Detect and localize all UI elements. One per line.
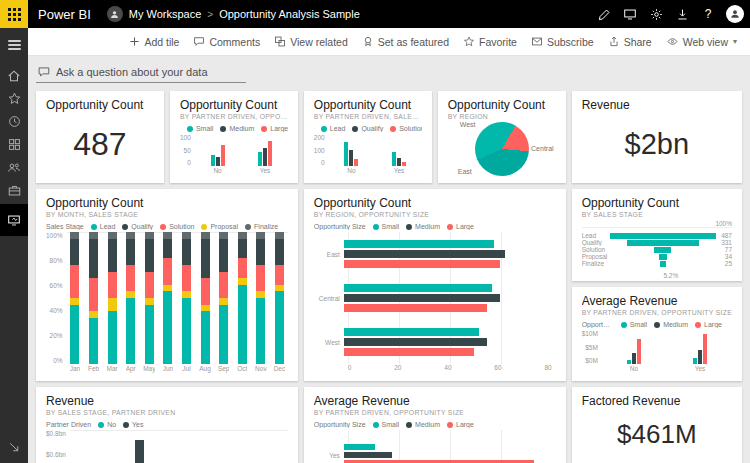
nav-shared-button[interactable] xyxy=(0,156,28,179)
tile-subtitle: BY PARTNER DRIVEN, OPPORTUNITY SIZE xyxy=(314,408,556,417)
favorite-button[interactable]: Favorite xyxy=(456,28,524,55)
tile-count-by-month-sales-stage[interactable]: Opportunity Count BY MONTH, SALES STAGE … xyxy=(36,189,298,381)
share-button[interactable]: Share xyxy=(601,28,659,55)
add-tile-button[interactable]: Add tile xyxy=(122,28,186,55)
pie-label-central: Central xyxy=(531,145,554,152)
tile-title: Opportunity Count xyxy=(314,98,422,112)
tile-average-revenue-by-partner-size-bar[interactable]: Average Revenue BY PARTNER DRIVEN, OPPOR… xyxy=(304,387,566,463)
subscribe-label: Subscribe xyxy=(547,36,594,48)
column-chart[interactable]: 100500NoYes xyxy=(180,134,288,176)
column-chart[interactable]: 2001000NoYes xyxy=(314,134,422,176)
nav-apps-button[interactable] xyxy=(0,133,28,156)
pie-chart[interactable]: West Central East xyxy=(448,121,556,176)
legend-title: Opportunity Size xyxy=(582,321,614,328)
tile-factored-revenue-card[interactable]: Factored Revenue $461M xyxy=(572,387,742,463)
set-featured-button[interactable]: Set as featured xyxy=(355,28,456,55)
app-header: Power BI My Workspace > Opportunity Anal… xyxy=(0,0,750,28)
qa-box[interactable] xyxy=(36,62,246,83)
pie-graphic[interactable] xyxy=(475,122,529,176)
tile-count-by-region-pie[interactable]: Opportunity Count BY REGION West Central… xyxy=(438,91,566,183)
kpi-value: $461M xyxy=(582,408,732,460)
tile-opportunity-count-card[interactable]: Opportunity Count 487 xyxy=(36,91,164,183)
header-actions: ? xyxy=(592,2,750,26)
nav-my-workspace-active[interactable] xyxy=(0,204,28,236)
tile-subtitle: BY PARTNER DRIVEN, SALES STAGE xyxy=(314,112,422,121)
dashboard-toolbar: Add tile Comments View related Set as fe… xyxy=(28,28,750,56)
web-view-dropdown[interactable]: Web view ▾ xyxy=(659,28,744,55)
tile-count-by-partner-sales-stage[interactable]: Opportunity Count BY PARTNER DRIVEN, SAL… xyxy=(304,91,432,183)
legend-title: Sales Stage xyxy=(46,223,84,230)
nav-workspaces-button[interactable] xyxy=(0,179,28,202)
funnel-chart[interactable]: 100%Lead487Qualify331Solution77Proposal3… xyxy=(582,219,732,274)
nav-menu-button[interactable] xyxy=(0,33,28,56)
nav-recent-button[interactable] xyxy=(0,110,28,133)
tile-revenue-card[interactable]: Revenue $2bn xyxy=(572,91,742,183)
tile-count-funnel-by-sales-stage[interactable]: Opportunity Count BY SALES STAGE 100%Lea… xyxy=(572,189,742,281)
qa-input[interactable] xyxy=(56,66,244,78)
waffle-icon xyxy=(8,8,21,21)
tile-title: Average Revenue xyxy=(314,394,556,408)
view-related-button[interactable]: View related xyxy=(267,28,355,55)
chart-legend: Opportunity Size SmallMediumLarge xyxy=(314,421,556,428)
tile-title: Opportunity Count xyxy=(46,196,288,210)
tile-subtitle: BY PARTNER DRIVEN, OPPORTUNITY SIZE xyxy=(582,308,732,317)
tile-title: Opportunity Count xyxy=(180,98,288,112)
workspace-avatar[interactable] xyxy=(107,6,123,22)
nav-favorites-button[interactable] xyxy=(0,87,28,110)
tile-subtitle: BY PARTNER DRIVEN, OPPORTUNITY SIZE xyxy=(180,112,288,121)
hamburger-icon xyxy=(8,38,21,52)
tile-revenue-by-sales-stage-partner[interactable]: Revenue BY SALES STAGE, PARTNER DRIVEN P… xyxy=(36,387,298,463)
clock-icon xyxy=(8,115,21,128)
tile-average-revenue-by-partner-size[interactable]: Average Revenue BY PARTNER DRIVEN, OPPOR… xyxy=(572,287,742,381)
dashboard-canvas: Opportunity Count 487 Opportunity Count … xyxy=(28,56,750,463)
column-chart[interactable]: $10M$5M$0MNoYes xyxy=(582,330,732,374)
people-icon xyxy=(7,161,21,174)
home-icon xyxy=(7,69,21,83)
chart-legend: Opportunity Size SmallMediumLarge xyxy=(314,223,556,230)
breadcrumb: My Workspace > Opportunity Analysis Samp… xyxy=(107,6,360,22)
nav-home-button[interactable] xyxy=(0,64,28,87)
app-launcher-button[interactable] xyxy=(0,0,28,28)
set-featured-label: Set as featured xyxy=(378,36,449,48)
speech-bubble-icon xyxy=(38,66,50,78)
tile-subtitle: BY SALES STAGE xyxy=(582,210,732,219)
legend-title: Opportunity Size xyxy=(314,223,366,230)
bar-chart[interactable]: EastCentralWest020406080 xyxy=(314,232,556,374)
subscribe-button[interactable]: Subscribe xyxy=(524,28,601,55)
download-button[interactable] xyxy=(670,2,694,26)
brand-logo[interactable]: Power BI xyxy=(38,7,91,22)
breadcrumb-page: Opportunity Analysis Sample xyxy=(219,8,360,20)
help-button[interactable]: ? xyxy=(696,2,720,26)
person-icon xyxy=(110,10,119,19)
legend-items: NoYes xyxy=(98,421,143,428)
powerbi-app: Power BI My Workspace > Opportunity Anal… xyxy=(0,0,750,463)
comments-button[interactable]: Comments xyxy=(186,28,267,55)
chart-legend: Partner Driven NoYes xyxy=(46,421,288,428)
edit-button[interactable] xyxy=(592,2,616,26)
legend-items: LeadQualifySolution xyxy=(321,125,422,132)
left-nav xyxy=(0,28,28,463)
tile-count-by-region-opportunity-size[interactable]: Opportunity Count BY REGION, OPPORTUNITY… xyxy=(304,189,566,381)
bar-chart[interactable]: YesNo xyxy=(314,430,556,463)
chart-legend: Opportunity Size SmallMediumLarge xyxy=(180,125,288,132)
pie-label-west: West xyxy=(460,121,476,128)
stacked-column-chart[interactable]: 100%80%60%40%20%0%JanFebMarAprMayJunJulA… xyxy=(46,232,288,374)
column-chart[interactable]: $0.8bn$0.6bn$0.4bn$0.2bn$0.0bnLeadQualif… xyxy=(46,430,288,463)
nav-expand-button[interactable] xyxy=(0,435,28,458)
plus-icon xyxy=(129,36,140,47)
tile-title: Average Revenue xyxy=(582,294,732,308)
account-avatar[interactable] xyxy=(726,5,744,23)
display-button[interactable] xyxy=(618,2,642,26)
tile-count-by-partner-opportunity-size[interactable]: Opportunity Count BY PARTNER DRIVEN, OPP… xyxy=(170,91,298,183)
tile-subtitle: BY SALES STAGE, PARTNER DRIVEN xyxy=(46,408,288,417)
breadcrumb-workspace[interactable]: My Workspace xyxy=(129,8,202,20)
star-icon xyxy=(463,36,475,47)
share-icon xyxy=(608,36,620,47)
expand-arrow-icon xyxy=(8,441,20,453)
favorite-label: Favorite xyxy=(479,36,517,48)
pencil-icon xyxy=(598,8,611,21)
settings-button[interactable] xyxy=(644,2,668,26)
tile-grid: Opportunity Count 487 Opportunity Count … xyxy=(36,91,742,463)
web-view-label: Web view xyxy=(683,36,728,48)
apps-grid-icon xyxy=(8,138,21,151)
